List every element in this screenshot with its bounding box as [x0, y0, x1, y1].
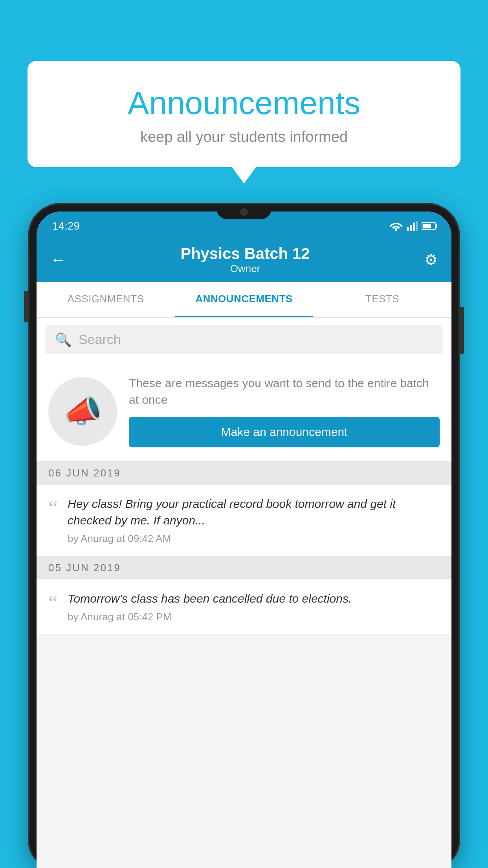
svg-rect-3 [413, 223, 415, 231]
battery-icon [422, 222, 436, 230]
svg-rect-2 [410, 225, 412, 231]
svg-rect-4 [416, 221, 418, 231]
announcement-item-2[interactable]: “ Tomorrow's class has been cancelled du… [37, 579, 451, 634]
search-placeholder: Search [79, 332, 121, 347]
svg-rect-1 [407, 227, 409, 231]
speech-bubble: Announcements keep all your students inf… [28, 61, 460, 167]
announcement-prompt: 📣 These are messages you want to send to… [37, 361, 451, 462]
speech-bubble-container: Announcements keep all your students inf… [28, 61, 460, 167]
announcement-message-1: Hey class! Bring your practical record b… [68, 496, 440, 529]
tab-announcements[interactable]: ANNOUNCEMENTS [175, 282, 313, 317]
announcement-item-1[interactable]: “ Hey class! Bring your practical record… [37, 485, 451, 556]
phone-screen: 14:29 [37, 211, 451, 868]
megaphone-icon: 📣 [63, 393, 103, 430]
search-container: 🔍 Search [37, 318, 451, 361]
signal-icon [407, 221, 418, 231]
search-icon: 🔍 [55, 332, 72, 348]
svg-point-0 [395, 229, 397, 231]
announcement-meta-2: by Anurag at 05:42 PM [68, 611, 440, 623]
megaphone-circle: 📣 [48, 377, 117, 446]
notch [216, 204, 272, 219]
search-box[interactable]: 🔍 Search [45, 325, 443, 354]
phone-outer: 14:29 [29, 204, 459, 868]
announcement-right: These are messages you want to send to t… [129, 375, 440, 447]
wifi-icon [389, 221, 403, 231]
tab-bar: ASSIGNMENTS ANNOUNCEMENTS TESTS [37, 282, 451, 318]
back-button[interactable]: ← [50, 251, 66, 268]
quote-icon-2: “ [48, 592, 58, 614]
status-icons [389, 221, 436, 231]
app-bar-title: Physics Batch 12 [180, 245, 310, 263]
app-bar-subtitle: Owner [180, 263, 310, 275]
announcement-meta-1: by Anurag at 09:42 AM [68, 533, 440, 545]
content-area: 🔍 Search 📣 These are messages you want t… [37, 318, 451, 868]
quote-icon-1: “ [48, 498, 58, 519]
camera [240, 208, 248, 216]
tab-tests[interactable]: TESTS [313, 282, 451, 317]
announcement-text-group-2: Tomorrow's class has been cancelled due … [68, 590, 440, 623]
app-bar: ← Physics Batch 12 Owner ⚙ [37, 237, 451, 282]
app-bar-title-group: Physics Batch 12 Owner [180, 245, 310, 275]
announcement-description: These are messages you want to send to t… [129, 375, 440, 408]
make-announcement-button[interactable]: Make an announcement [129, 417, 440, 447]
status-time: 14:29 [52, 220, 80, 232]
announcement-message-2: Tomorrow's class has been cancelled due … [68, 590, 440, 607]
date-separator-2: 05 JUN 2019 [37, 556, 451, 579]
tab-assignments[interactable]: ASSIGNMENTS [37, 282, 175, 317]
phone-mockup: 14:29 [29, 204, 459, 868]
speech-bubble-title: Announcements [59, 85, 429, 121]
speech-bubble-subtitle: keep all your students informed [59, 129, 429, 145]
settings-button[interactable]: ⚙ [424, 251, 438, 268]
date-separator-1: 06 JUN 2019 [37, 462, 451, 485]
announcement-text-group-1: Hey class! Bring your practical record b… [68, 496, 440, 545]
